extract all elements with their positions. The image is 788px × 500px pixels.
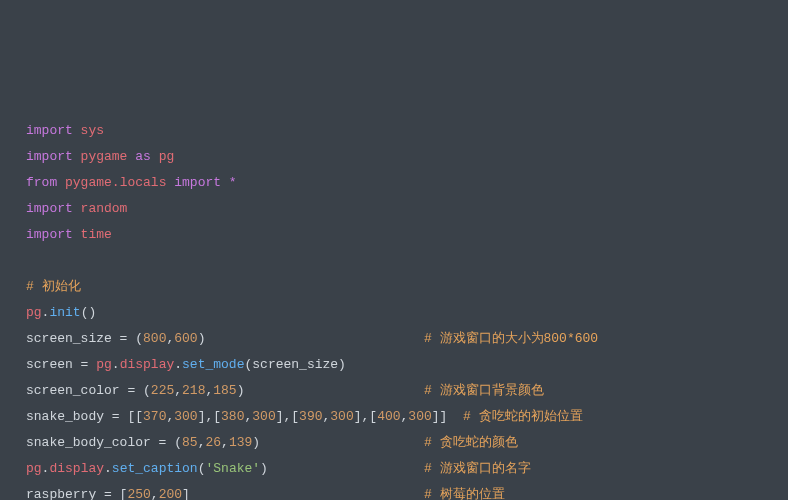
comment: # 树莓的位置	[424, 487, 505, 500]
code-line-14: raspberry = [250,200] # 树莓的位置	[26, 482, 788, 500]
comment: # 贪吃蛇的颜色	[424, 435, 518, 450]
object-pg: pg	[26, 305, 42, 320]
module-name: pygame.locals	[57, 175, 174, 190]
code-line-13: pg.display.set_caption('Snake') # 游戏窗口的名…	[26, 456, 788, 482]
code-line-6: # 初始化	[26, 274, 788, 300]
function-init: init	[49, 305, 80, 320]
number: 370	[143, 409, 166, 424]
comment: # 初始化	[26, 279, 81, 294]
code-line-12: snake_body_color = (85,26,139) # 贪吃蛇的颜色	[26, 430, 788, 456]
number: 380	[221, 409, 244, 424]
pad	[260, 435, 424, 450]
paren-close: )	[252, 435, 260, 450]
dot: .	[174, 357, 182, 372]
code-line-7: pg.init()	[26, 300, 788, 326]
module-alias: pg	[151, 149, 174, 164]
wildcard-star: *	[221, 175, 237, 190]
comment: # 游戏窗口背景颜色	[424, 383, 544, 398]
keyword-as: as	[135, 149, 151, 164]
string: 'Snake'	[205, 461, 260, 476]
code-line-10: screen_color = (225,218,185) # 游戏窗口背景颜色	[26, 378, 788, 404]
number: 200	[159, 487, 182, 500]
code-text: snake_body_color = (	[26, 435, 182, 450]
code-line-3: from pygame.locals import *	[26, 170, 788, 196]
module-name: time	[73, 227, 112, 242]
number: 300	[252, 409, 275, 424]
keyword-import: import	[26, 123, 73, 138]
comment: # 游戏窗口的大小为800*600	[424, 331, 598, 346]
module-name: pygame	[73, 149, 135, 164]
brackets: ],[	[276, 409, 299, 424]
code-text: screen_size = (	[26, 331, 143, 346]
blank-line	[26, 248, 788, 274]
number: 300	[174, 409, 197, 424]
function-set-caption: set_caption	[112, 461, 198, 476]
bracket-close: ]	[182, 487, 190, 500]
number: 800	[143, 331, 166, 346]
brackets: ]]	[432, 409, 448, 424]
code-line-4: import random	[26, 196, 788, 222]
object-display: display	[49, 461, 104, 476]
code-text: screen =	[26, 357, 96, 372]
module-name: sys	[73, 123, 104, 138]
code-line-8: screen_size = (800,600) # 游戏窗口的大小为800*60…	[26, 326, 788, 352]
code-line-11: snake_body = [[370,300],[380,300],[390,3…	[26, 404, 788, 430]
code-text: snake_body = [[	[26, 409, 143, 424]
number: 139	[229, 435, 252, 450]
code-text: screen_color = (	[26, 383, 151, 398]
dot: .	[104, 461, 112, 476]
keyword-from: from	[26, 175, 57, 190]
number: 218	[182, 383, 205, 398]
number: 600	[174, 331, 197, 346]
pad	[190, 487, 424, 500]
number: 390	[299, 409, 322, 424]
code-line-1: import sys	[26, 118, 788, 144]
keyword-import: import	[26, 227, 73, 242]
module-name: random	[73, 201, 128, 216]
number: 26	[205, 435, 221, 450]
object-display: display	[120, 357, 175, 372]
number: 250	[127, 487, 150, 500]
code-line-2: import pygame as pg	[26, 144, 788, 170]
pad	[268, 461, 424, 476]
comma: ,	[174, 383, 182, 398]
function-set-mode: set_mode	[182, 357, 244, 372]
paren-close: )	[260, 461, 268, 476]
parens: ()	[81, 305, 97, 320]
code-line-5: import time	[26, 222, 788, 248]
dot: .	[112, 357, 120, 372]
comma: ,	[221, 435, 229, 450]
pad	[205, 331, 423, 346]
number: 300	[330, 409, 353, 424]
number: 85	[182, 435, 198, 450]
keyword-import: import	[26, 149, 73, 164]
keyword-import: import	[26, 201, 73, 216]
number: 300	[408, 409, 431, 424]
number: 185	[213, 383, 236, 398]
pad	[244, 383, 423, 398]
object-pg: pg	[26, 461, 42, 476]
keyword-import: import	[174, 175, 221, 190]
code-block: import sysimport pygame as pgfrom pygame…	[26, 118, 788, 500]
pad	[447, 409, 463, 424]
code-text: raspberry = [	[26, 487, 127, 500]
brackets: ],[	[354, 409, 377, 424]
number: 400	[377, 409, 400, 424]
brackets: ],[	[198, 409, 221, 424]
code-line-9: screen = pg.display.set_mode(screen_size…	[26, 352, 788, 378]
comment: # 贪吃蛇的初始位置	[463, 409, 583, 424]
comment: # 游戏窗口的名字	[424, 461, 531, 476]
comma: ,	[151, 487, 159, 500]
code-text: (screen_size)	[244, 357, 345, 372]
number: 225	[151, 383, 174, 398]
object-pg: pg	[96, 357, 112, 372]
